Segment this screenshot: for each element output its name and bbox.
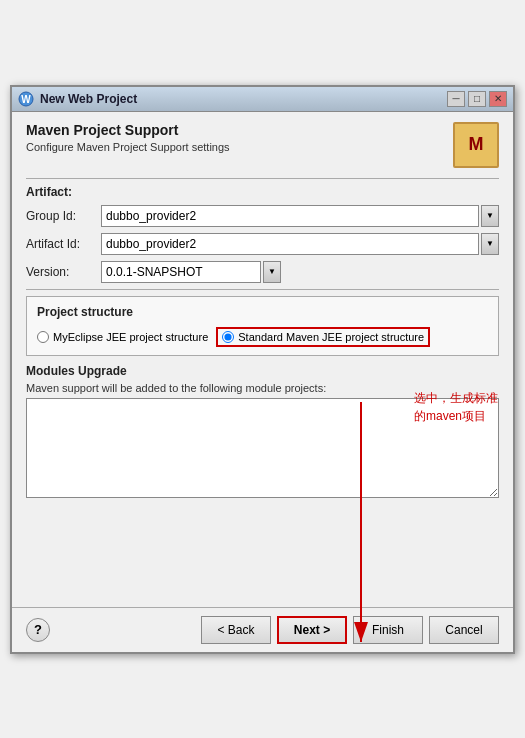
header-section: Maven Project Support Configure Maven Pr… — [26, 122, 499, 168]
version-wrap: ▼ — [101, 261, 499, 283]
artifact-id-label: Artifact Id: — [26, 237, 101, 251]
cancel-button[interactable]: Cancel — [429, 616, 499, 644]
artifact-id-wrap: ▼ — [101, 233, 499, 255]
group-id-input[interactable] — [101, 205, 479, 227]
maximize-button[interactable]: □ — [468, 91, 486, 107]
group-id-dropdown[interactable]: ▼ — [481, 205, 499, 227]
help-button[interactable]: ? — [26, 618, 50, 642]
header-divider — [26, 178, 499, 179]
close-button[interactable]: ✕ — [489, 91, 507, 107]
artifact-id-row: Artifact Id: ▼ — [26, 233, 499, 255]
artifact-id-input[interactable] — [101, 233, 479, 255]
header-text: Maven Project Support Configure Maven Pr… — [26, 122, 230, 153]
modules-section: Modules Upgrade Maven support will be ad… — [26, 364, 499, 501]
artifact-label: Artifact: — [26, 185, 499, 199]
footer-right: < Back Next > Finish Cancel — [201, 616, 499, 644]
window-controls: ─ □ ✕ — [447, 91, 507, 107]
project-structure-title: Project structure — [37, 305, 488, 319]
svg-text:W: W — [21, 94, 31, 105]
form-divider — [26, 289, 499, 290]
myeclipse-radio[interactable] — [37, 331, 49, 343]
group-id-label: Group Id: — [26, 209, 101, 223]
modules-title: Modules Upgrade — [26, 364, 499, 378]
next-button[interactable]: Next > — [277, 616, 347, 644]
myeclipse-option[interactable]: MyEclipse JEE project structure — [37, 331, 208, 343]
back-button[interactable]: < Back — [201, 616, 271, 644]
version-label: Version: — [26, 265, 101, 279]
myeclipse-option-label: MyEclipse JEE project structure — [53, 331, 208, 343]
version-row: Version: ▼ — [26, 261, 499, 283]
footer-left: ? — [26, 618, 50, 642]
group-id-row: Group Id: ▼ — [26, 205, 499, 227]
standard-maven-option-label: Standard Maven JEE project structure — [238, 331, 424, 343]
main-window: W New Web Project ─ □ ✕ Maven Project Su… — [10, 85, 515, 654]
version-dropdown[interactable]: ▼ — [263, 261, 281, 283]
title-bar: W New Web Project ─ □ ✕ — [12, 87, 513, 112]
standard-maven-radio[interactable] — [222, 331, 234, 343]
window-title: New Web Project — [40, 92, 441, 106]
dialog-subtitle: Configure Maven Project Support settings — [26, 141, 230, 153]
artifact-id-dropdown[interactable]: ▼ — [481, 233, 499, 255]
footer: ? < Back Next > Finish Cancel — [12, 607, 513, 652]
radio-row: MyEclipse JEE project structure Standard… — [37, 327, 488, 347]
spacer — [12, 517, 513, 607]
dialog-content: Maven Project Support Configure Maven Pr… — [12, 112, 513, 517]
group-id-wrap: ▼ — [101, 205, 499, 227]
finish-button[interactable]: Finish — [353, 616, 423, 644]
maven-icon: M — [453, 122, 499, 168]
version-input[interactable] — [101, 261, 261, 283]
window-icon: W — [18, 91, 34, 107]
annotation-text: 选中，生成标准的maven项目 — [414, 389, 499, 425]
dialog-title: Maven Project Support — [26, 122, 230, 138]
standard-maven-option[interactable]: Standard Maven JEE project structure — [216, 327, 430, 347]
project-structure-group: Project structure MyEclipse JEE project … — [26, 296, 499, 356]
minimize-button[interactable]: ─ — [447, 91, 465, 107]
